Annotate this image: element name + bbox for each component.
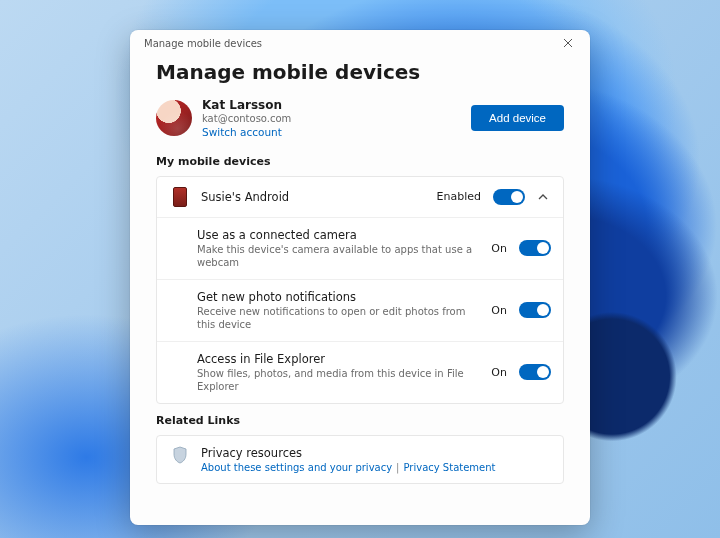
link-separator: |	[392, 462, 403, 473]
titlebar: Manage mobile devices	[130, 30, 590, 56]
setting-title: Use as a connected camera	[197, 228, 481, 242]
device-header-row[interactable]: Susie's Android Enabled	[157, 177, 563, 217]
device-state: Enabled	[437, 190, 481, 203]
account-name: Kat Larsson	[202, 98, 291, 113]
window-title: Manage mobile devices	[144, 38, 262, 49]
page-title: Manage mobile devices	[156, 60, 564, 84]
close-button[interactable]	[554, 32, 582, 54]
shield-icon	[169, 446, 191, 464]
collapse-button[interactable]	[535, 189, 551, 205]
setting-desc: Receive new notifications to open or edi…	[197, 305, 481, 331]
setting-desc: Show files, photos, and media from this …	[197, 367, 481, 393]
account-text: Kat Larsson kat@contoso.com Switch accou…	[202, 98, 291, 139]
setting-row-file-explorer: Access in File Explorer Show files, phot…	[157, 341, 563, 403]
related-links-card: Privacy resources About these settings a…	[156, 435, 564, 484]
device-enable-toggle[interactable]	[493, 189, 525, 205]
privacy-statement-link[interactable]: Privacy Statement	[403, 462, 495, 473]
privacy-resources-row: Privacy resources About these settings a…	[157, 436, 563, 483]
setting-state: On	[491, 366, 507, 379]
privacy-title: Privacy resources	[201, 446, 551, 460]
setting-desc: Make this device's camera available to a…	[197, 243, 481, 269]
photo-notify-toggle[interactable]	[519, 302, 551, 318]
setting-state: On	[491, 242, 507, 255]
setting-state: On	[491, 304, 507, 317]
add-device-button[interactable]: Add device	[471, 105, 564, 131]
account-email: kat@contoso.com	[202, 113, 291, 126]
phone-icon	[169, 187, 191, 207]
setting-row-camera: Use as a connected camera Make this devi…	[157, 217, 563, 279]
device-name: Susie's Android	[201, 190, 427, 204]
privacy-links: About these settings and your privacy|Pr…	[201, 462, 551, 473]
close-icon	[563, 38, 573, 48]
switch-account-link[interactable]: Switch account	[202, 126, 291, 139]
setting-title: Access in File Explorer	[197, 352, 481, 366]
avatar	[156, 100, 192, 136]
setting-row-photo-notify: Get new photo notifications Receive new …	[157, 279, 563, 341]
account-row: Kat Larsson kat@contoso.com Switch accou…	[156, 98, 564, 139]
settings-window: Manage mobile devices Manage mobile devi…	[130, 30, 590, 525]
setting-title: Get new photo notifications	[197, 290, 481, 304]
chevron-up-icon	[538, 192, 548, 202]
about-settings-link[interactable]: About these settings and your privacy	[201, 462, 392, 473]
file-explorer-toggle[interactable]	[519, 364, 551, 380]
my-devices-label: My mobile devices	[156, 155, 564, 168]
camera-toggle[interactable]	[519, 240, 551, 256]
related-links-label: Related Links	[156, 414, 564, 427]
account-info: Kat Larsson kat@contoso.com Switch accou…	[156, 98, 291, 139]
content-area: Manage mobile devices Kat Larsson kat@co…	[130, 56, 590, 504]
device-card: Susie's Android Enabled Use as a connect…	[156, 176, 564, 404]
